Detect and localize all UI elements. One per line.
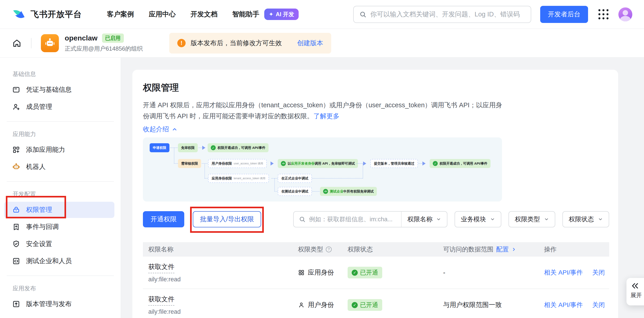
app-name: openclaw (65, 34, 98, 42)
home-icon[interactable] (12, 39, 22, 48)
developer-console-button[interactable]: 开发者后台 (540, 6, 588, 23)
batch-import-export-button[interactable]: 批量导入/导出权限 (193, 211, 261, 227)
learn-more-link[interactable]: 了解更多 (314, 112, 340, 120)
nav-app-center[interactable]: 应用中心 (149, 10, 176, 19)
status-enabled-badge: ✓ 已开通 (348, 267, 382, 278)
apps-grid-icon[interactable] (598, 9, 608, 19)
table-row: 获取文件 aily:file:read 应用身份 ✓ 已开通 (143, 257, 609, 289)
section-app-release: 应用发布 (12, 284, 121, 292)
page-title: 权限管理 (143, 81, 609, 94)
status-enabled-badge: ✓ 已开通 (348, 299, 382, 311)
close-permission-link[interactable]: 关闭 (592, 268, 605, 277)
permission-search-input[interactable] (309, 216, 396, 223)
chevron-down-icon (436, 217, 441, 222)
close-permission-link[interactable]: 关闭 (592, 301, 605, 309)
collapse-intro-link[interactable]: 收起介绍 (143, 125, 178, 134)
section-basic-info: 基础信息 (12, 70, 121, 78)
shield-check-icon (12, 240, 20, 248)
sidebar-item-events[interactable]: 事件与回调 (4, 219, 114, 235)
brand[interactable]: 飞书开放平台 (12, 7, 82, 22)
flow-node-apply: 申请权限 (150, 143, 170, 152)
expand-panel-button[interactable]: 展开 (626, 278, 644, 305)
flow-connector (418, 163, 422, 164)
flow-connector (274, 178, 275, 191)
filter-permission-status[interactable]: 权限状态 (562, 211, 609, 227)
chevron-right-icon (512, 247, 516, 252)
global-search-input[interactable] (370, 11, 525, 18)
chevron-down-icon (598, 217, 603, 222)
col-permission-type: 权限类型 ? (292, 245, 342, 254)
check-circle-icon: ✓ (211, 145, 216, 150)
filter-permission-type[interactable]: 权限类型 (508, 211, 555, 227)
nav-ai-assistant[interactable]: 智能助手 (232, 10, 259, 19)
divider (7, 275, 114, 276)
permission-search[interactable] (294, 212, 401, 227)
create-version-link[interactable]: 创建版本 (297, 39, 323, 48)
divider (7, 121, 114, 122)
scope-config-link[interactable]: 配置 (496, 245, 509, 254)
sparkle-icon: ✦ (269, 11, 274, 18)
top-nav: 飞书开放平台 客户案例 应用中心 开发文档 智能助手 ✦ AI 开发 开发者后台 (0, 0, 644, 29)
code-circle-icon: </> (281, 161, 286, 166)
flow-connector (174, 163, 178, 164)
sidebar-item-members[interactable]: 成员管理 (4, 99, 114, 115)
expand-label: 展开 (630, 291, 644, 299)
actions-cell: 相关 API/事件 关闭 (538, 301, 609, 309)
chevron-up-icon (172, 126, 178, 132)
flow-node-success-1: ✓ 权限开通成功，可调用 API/事件 (208, 143, 268, 152)
check-circle-icon: ✓ (352, 270, 358, 276)
app-subtitle: 正式应用@用户614856的组织 (65, 45, 143, 53)
user-avatar[interactable] (618, 8, 632, 21)
nav-dev-docs[interactable]: 开发文档 (190, 10, 218, 19)
flow-node-success-2: ✓ 权限开通成功，可调用 API/事件 (430, 159, 490, 168)
flow-connector (174, 148, 174, 163)
section-app-capability: 应用能力 (12, 130, 121, 138)
status-badge: 已启用 (102, 34, 124, 43)
flow-node-submit-version: 提交版本，管理员审核通过 (370, 159, 418, 168)
filter-business-module[interactable]: 业务模块 (454, 211, 501, 227)
permission-status-cell: ✓ 已开通 (342, 299, 438, 311)
app-identity-icon (298, 269, 305, 276)
sidebar-item-test-org[interactable]: 测试企业和人员 (4, 253, 114, 269)
double-chevron-left-icon (630, 282, 640, 290)
nav-customer-cases[interactable]: 客户案例 (107, 10, 134, 19)
col-permission-name: 权限名称 (143, 245, 292, 254)
app-icon-robot[interactable] (41, 34, 59, 52)
open-permission-button[interactable]: 开通权限 (143, 211, 184, 227)
version-warning-banner: ! 版本发布后，当前修改方可生效 创建版本 (169, 33, 331, 54)
flow-connector (356, 163, 363, 164)
search-icon (299, 216, 306, 223)
sidebar-item-add-capability[interactable]: 添加应用能力 (4, 142, 114, 158)
sidebar-item-version-release[interactable]: 版本管理与发布 (4, 296, 114, 312)
related-api-link[interactable]: 相关 API/事件 (544, 268, 583, 277)
col-permission-status: 权限状态 (342, 245, 438, 254)
data-scope-cell: 与用户权限范围一致 (438, 300, 538, 309)
flow-node-tenant-token: 应用身份权限 tenant_access_token 调用 (208, 174, 269, 183)
actions-cell: 相关 API/事件 关闭 (538, 268, 609, 277)
global-search[interactable] (353, 6, 531, 23)
app-meta: openclaw 已启用 正式应用@用户614856的组织 (65, 34, 143, 53)
sidebar-item-bot[interactable]: 机器人 (4, 159, 114, 175)
flow-connector (199, 148, 202, 148)
permission-code: aily:file:read (148, 308, 292, 315)
data-scope-cell: - (438, 269, 538, 276)
flow-node-user-token: 用户身份权限 user_access_token 调用 (208, 159, 267, 168)
sidebar-item-security[interactable]: 安全设置 (4, 236, 114, 252)
question-circle-icon[interactable]: ? (326, 246, 332, 252)
warning-text: 版本发布后，当前修改方可生效 (190, 39, 282, 48)
permission-name[interactable]: 获取文件 (148, 262, 174, 273)
sidebar-item-credentials[interactable]: 凭证与基础信息 (4, 82, 114, 98)
search-icon (359, 11, 367, 18)
bookmark-plus-icon (12, 223, 20, 231)
filter-permission-name[interactable]: 权限名称 (401, 212, 447, 227)
table-header: 权限名称 权限类型 ? 权限状态 可访问的数据范围 配置 操作 (143, 242, 609, 257)
permission-type-cell: 应用身份 (292, 268, 342, 277)
code-circle-icon: </> (323, 189, 328, 194)
person-add-icon (12, 103, 20, 111)
permission-name[interactable]: 获取文件 (148, 295, 174, 306)
related-api-link[interactable]: 相关 API/事件 (544, 301, 583, 309)
sidebar-item-permissions[interactable]: 权限管理 (4, 202, 114, 218)
ai-dev-badge[interactable]: ✦ AI 开发 (264, 9, 299, 20)
flow-connector (204, 178, 208, 179)
upload-square-icon (12, 300, 20, 308)
